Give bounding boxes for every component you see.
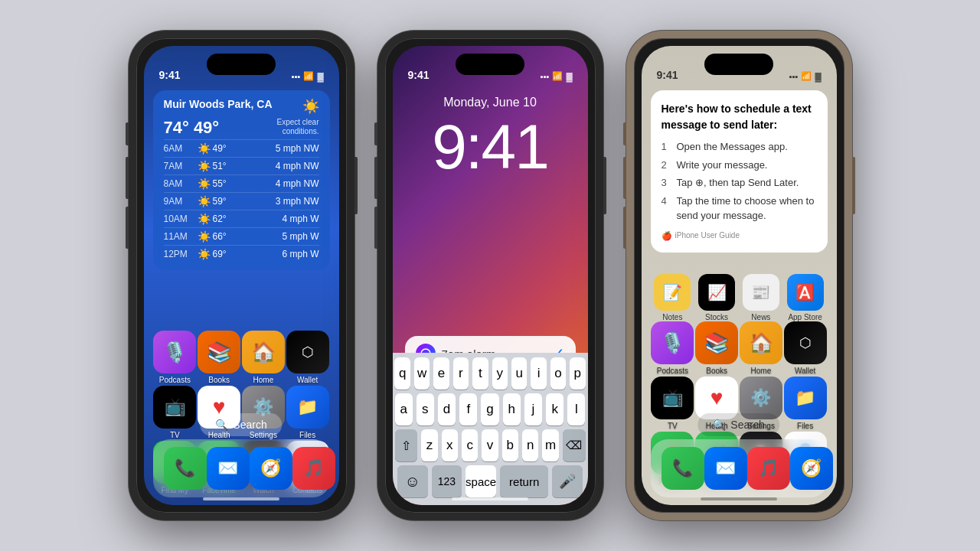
- key-y[interactable]: y: [492, 357, 508, 390]
- key-k[interactable]: k: [546, 393, 564, 425]
- number-key[interactable]: 123: [432, 465, 462, 497]
- mail-app-icon-1[interactable]: ✉️: [207, 447, 250, 490]
- key-j[interactable]: j: [524, 393, 542, 425]
- music-app-icon-1[interactable]: 🎵: [292, 447, 335, 490]
- key-p[interactable]: p: [570, 357, 585, 390]
- spotlight-appstore[interactable]: 🅰️ App Store: [787, 274, 824, 321]
- key-n[interactable]: n: [522, 429, 538, 461]
- files-app-icon-1[interactable]: 📁: [286, 386, 329, 429]
- files-app-icon-3[interactable]: 📁: [784, 377, 827, 419]
- safari-dock-icon-3[interactable]: 🧭: [790, 447, 833, 490]
- side-btn-vol-down-1[interactable]: [126, 207, 129, 249]
- side-btn-vol-down-3[interactable]: [623, 207, 626, 249]
- podcasts-icon-wrap-3[interactable]: 🎙️ Podcasts: [651, 321, 694, 375]
- search-button-1[interactable]: 🔍 Search: [200, 413, 282, 436]
- key-u[interactable]: u: [511, 357, 527, 390]
- side-btn-vol-down-2[interactable]: [374, 207, 377, 249]
- phone-dock-icon-1[interactable]: 📞: [164, 447, 207, 490]
- key-x[interactable]: x: [442, 429, 458, 461]
- weather-widget[interactable]: Muir Woods Park, CA ☀️ 74° 49° Expect cl…: [153, 90, 330, 270]
- key-e[interactable]: e: [433, 357, 449, 390]
- phone-dock-icon-3[interactable]: 📞: [662, 447, 704, 490]
- side-btn-vol-up-3[interactable]: [623, 157, 626, 199]
- key-i[interactable]: i: [531, 357, 546, 390]
- key-w[interactable]: w: [414, 357, 430, 390]
- side-btn-vol-up-1[interactable]: [126, 157, 129, 199]
- emoji-key[interactable]: ☺: [397, 465, 428, 497]
- home-icon-wrap[interactable]: 🏠 Home: [242, 331, 285, 384]
- side-btn-vol-up-2[interactable]: [374, 157, 377, 199]
- phone-app-icon[interactable]: 📞: [164, 447, 207, 490]
- key-a[interactable]: a: [395, 393, 413, 425]
- key-c[interactable]: c: [462, 429, 478, 461]
- home-app-icon[interactable]: 🏠: [242, 331, 285, 373]
- wallet-icon-wrap[interactable]: ⬡ Wallet: [286, 331, 329, 384]
- wallet-icon-wrap-3[interactable]: ⬡ Wallet: [784, 321, 827, 375]
- tv-app-icon-1[interactable]: 📺: [153, 386, 196, 429]
- spotlight-stocks[interactable]: 📈 Stocks: [698, 274, 735, 321]
- key-s[interactable]: s: [416, 393, 434, 425]
- stocks-icon[interactable]: 📈: [698, 274, 735, 311]
- podcasts-app-icon-3[interactable]: 🎙️: [651, 321, 694, 364]
- key-l[interactable]: l: [567, 393, 585, 425]
- key-h[interactable]: h: [503, 393, 521, 425]
- key-r[interactable]: r: [453, 357, 469, 390]
- dock-1: 📞 ✉️ 🧭 🎵: [153, 439, 330, 497]
- search-button-3[interactable]: 🔍 Search: [697, 413, 779, 436]
- music-dock-icon-1[interactable]: 🎵: [292, 447, 335, 490]
- home-app-icon-3[interactable]: 🏠: [740, 321, 782, 364]
- home-icon-wrap-3[interactable]: 🏠 Home: [740, 321, 782, 375]
- safari-dock-icon-1[interactable]: 🧭: [250, 447, 292, 490]
- music-dock-icon-3[interactable]: 🎵: [747, 447, 790, 490]
- key-v[interactable]: v: [482, 429, 498, 461]
- mail-dock-icon-3[interactable]: ✉️: [704, 447, 747, 490]
- tv-app-icon-3[interactable]: 📺: [651, 377, 694, 419]
- side-btn-mute-2[interactable]: [374, 122, 377, 145]
- podcasts-app-icon[interactable]: 🎙️: [153, 331, 196, 373]
- safari-app-icon-1[interactable]: 🧭: [250, 447, 292, 490]
- delete-key[interactable]: ⌫: [563, 429, 586, 461]
- notes-icon[interactable]: 📝: [654, 274, 691, 311]
- tv-icon-wrap-1[interactable]: 📺 TV: [153, 386, 196, 439]
- return-key[interactable]: return: [500, 465, 548, 497]
- files-icon-wrap-1[interactable]: 📁 Files: [286, 386, 329, 439]
- spotlight-news[interactable]: 📰 News: [743, 274, 779, 321]
- books-app-icon[interactable]: 📚: [198, 331, 240, 373]
- key-b[interactable]: b: [502, 429, 518, 461]
- space-key[interactable]: space: [466, 465, 496, 497]
- tv-icon-wrap-3[interactable]: 📺 TV: [651, 377, 694, 430]
- spotlight-notes[interactable]: 📝 Notes: [654, 274, 691, 321]
- key-o[interactable]: o: [550, 357, 566, 390]
- phone-app-icon-3[interactable]: 📞: [662, 447, 704, 490]
- safari-app-icon-3[interactable]: 🧭: [790, 447, 833, 490]
- key-f[interactable]: f: [459, 393, 477, 425]
- shift-key[interactable]: ⇧: [395, 429, 418, 461]
- mic-key[interactable]: 🎤: [552, 465, 583, 497]
- wallet-app-icon-3[interactable]: ⬡: [784, 321, 827, 364]
- key-t[interactable]: t: [472, 357, 488, 390]
- books-icon-wrap-3[interactable]: 📚 Books: [695, 321, 738, 375]
- side-btn-mute-1[interactable]: [126, 122, 129, 145]
- books-app-icon-3[interactable]: 📚: [695, 321, 738, 364]
- files-icon-wrap-3[interactable]: 📁 Files: [784, 377, 827, 430]
- books-icon-wrap[interactable]: 📚 Books: [198, 331, 240, 384]
- side-btn-power-2[interactable]: [603, 157, 606, 214]
- mail-app-icon-3[interactable]: ✉️: [704, 447, 747, 490]
- key-d[interactable]: d: [438, 393, 456, 425]
- wifi-icon-3: 📶: [801, 71, 812, 81]
- key-m[interactable]: m: [542, 429, 558, 461]
- podcasts-icon-wrap[interactable]: 🎙️ Podcasts: [153, 331, 196, 384]
- side-btn-power-3[interactable]: [852, 157, 855, 214]
- key-q[interactable]: q: [394, 357, 410, 390]
- mail-dock-icon-1[interactable]: ✉️: [207, 447, 250, 490]
- weather-row-12pm: 12PM ☀️ 69° 6 mph W: [164, 245, 319, 262]
- side-btn-mute-3[interactable]: [623, 122, 626, 145]
- side-btn-power-1[interactable]: [354, 157, 358, 214]
- wallet-app-icon[interactable]: ⬡: [286, 331, 329, 373]
- key-g[interactable]: g: [481, 393, 498, 425]
- battery-icon-1: ▓: [317, 72, 323, 81]
- music-app-icon-3[interactable]: 🎵: [747, 447, 790, 490]
- news-icon[interactable]: 📰: [743, 274, 779, 311]
- appstore-icon[interactable]: 🅰️: [787, 274, 824, 311]
- key-z[interactable]: z: [421, 429, 437, 461]
